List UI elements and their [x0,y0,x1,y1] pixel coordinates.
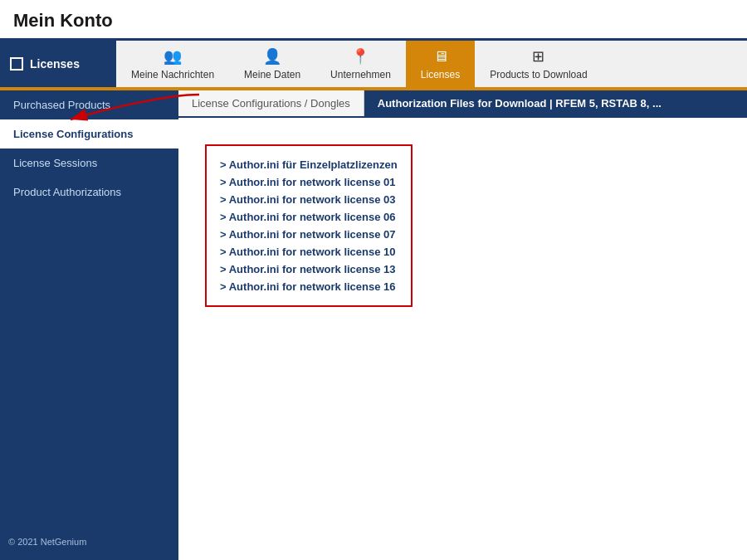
nav-logo[interactable]: Licenses [0,41,116,87]
sidebar-item-authorizations[interactable]: Product Authorizations [0,178,178,207]
auth-file-link[interactable]: > Author.ini for network license 01 [220,173,398,191]
sidebar-copyright: © 2021 NetGenium [8,537,86,547]
sidebar-item-sessions[interactable]: License Sessions [0,149,178,178]
nav-item-products[interactable]: ⊞ Products to Download [475,41,602,87]
auth-file-link[interactable]: > Author.ini for network license 16 [220,278,398,295]
breadcrumb-bar: License Configurations / Dongles Authori… [178,90,747,118]
nav-item-daten[interactable]: 👤 Meine Daten [229,41,315,87]
content-area: License Configurations / Dongles Authori… [178,90,747,560]
nav-logo-label: Licenses [30,57,80,71]
nav-item-products-label: Products to Download [490,69,587,80]
nav-item-nachrichten[interactable]: 👥 Meine Nachrichten [116,41,229,87]
auth-file-link[interactable]: > Author.ini for network license 13 [220,261,398,278]
auth-file-link[interactable]: > Author.ini für Einzelplatzlizenzen [220,156,398,173]
red-arrow-svg [46,82,212,132]
top-nav: Licenses 👥 Meine Nachrichten 👤 Meine Dat… [0,41,747,87]
breadcrumb-tab-authfiles: Authorization Files for Download | RFEM … [364,90,747,116]
unternehmen-icon: 📍 [351,47,369,66]
products-icon: ⊞ [532,47,544,66]
auth-file-link[interactable]: > Author.ini for network license 07 [220,226,398,243]
auth-file-link[interactable]: > Author.ini for network license 10 [220,243,398,261]
breadcrumb-container: License Configurations / Dongles Authori… [178,90,747,118]
nav-item-unternehmen-label: Unternehmen [330,69,391,80]
nav-item-daten-label: Meine Daten [244,69,300,80]
nav-items: 👥 Meine Nachrichten 👤 Meine Daten 📍 Unte… [116,41,747,87]
nachrichten-icon: 👥 [164,47,182,66]
daten-icon: 👤 [263,47,281,66]
nav-item-licenses[interactable]: 🖥 Licenses [406,41,475,87]
logo-icon [10,57,23,71]
licenses-icon: 🖥 [433,48,448,66]
nav-item-licenses-label: Licenses [421,69,460,80]
sidebar: Purchased Products License Configuration… [0,90,178,560]
auth-file-link[interactable]: > Author.ini for network license 03 [220,191,398,208]
auth-files-section: > Author.ini für Einzelplatzlizenzen> Au… [205,144,413,307]
auth-file-link[interactable]: > Author.ini for network license 06 [220,208,398,226]
main-layout: Purchased Products License Configuration… [0,90,747,560]
nav-item-nachrichten-label: Meine Nachrichten [131,69,214,80]
auth-files-wrapper: > Author.ini für Einzelplatzlizenzen> Au… [192,131,734,320]
page-title: Mein Konto [0,0,747,41]
nav-item-unternehmen[interactable]: 📍 Unternehmen [315,41,406,87]
